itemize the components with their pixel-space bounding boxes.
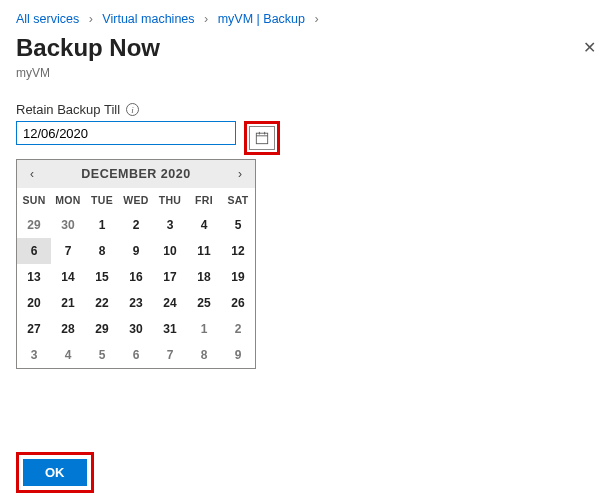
calendar-day[interactable]: 5 <box>85 342 119 368</box>
calendar-dow: SUN <box>17 188 51 212</box>
calendar-day[interactable]: 2 <box>119 212 153 238</box>
prev-month-button[interactable]: ‹ <box>23 165 41 183</box>
calendar-day[interactable]: 6 <box>17 238 51 264</box>
calendar-dow: FRI <box>187 188 221 212</box>
calendar-button[interactable] <box>249 126 275 150</box>
calendar-dow: THU <box>153 188 187 212</box>
calendar-dow: TUE <box>85 188 119 212</box>
svg-rect-0 <box>256 133 267 144</box>
calendar-day[interactable]: 31 <box>153 316 187 342</box>
calendar-day[interactable]: 13 <box>17 264 51 290</box>
calendar-day[interactable]: 4 <box>51 342 85 368</box>
calendar-day[interactable]: 29 <box>17 212 51 238</box>
calendar-day[interactable]: 20 <box>17 290 51 316</box>
calendar-day[interactable]: 1 <box>85 212 119 238</box>
calendar-day[interactable]: 8 <box>187 342 221 368</box>
chevron-right-icon: › <box>89 12 93 26</box>
page-title: Backup Now <box>16 34 596 62</box>
chevron-right-icon: › <box>204 12 208 26</box>
calendar-day[interactable]: 25 <box>187 290 221 316</box>
calendar-day[interactable]: 22 <box>85 290 119 316</box>
calendar-day[interactable]: 24 <box>153 290 187 316</box>
calendar-day[interactable]: 26 <box>221 290 255 316</box>
ok-button[interactable]: OK <box>23 459 87 486</box>
calendar-day[interactable]: 4 <box>187 212 221 238</box>
calendar-day[interactable]: 12 <box>221 238 255 264</box>
info-icon[interactable]: i <box>126 103 139 116</box>
highlight-box <box>244 121 280 155</box>
breadcrumb-item[interactable]: Virtual machines <box>102 12 194 26</box>
calendar-day[interactable]: 19 <box>221 264 255 290</box>
page-subtitle: myVM <box>16 66 596 80</box>
calendar-dow: WED <box>119 188 153 212</box>
calendar-day[interactable]: 7 <box>153 342 187 368</box>
calendar-day[interactable]: 8 <box>85 238 119 264</box>
calendar-day[interactable]: 9 <box>221 342 255 368</box>
calendar-day[interactable]: 7 <box>51 238 85 264</box>
calendar-icon <box>255 131 269 145</box>
calendar-day[interactable]: 30 <box>51 212 85 238</box>
calendar-dow: MON <box>51 188 85 212</box>
calendar-day[interactable]: 28 <box>51 316 85 342</box>
chevron-right-icon: › <box>314 12 318 26</box>
calendar-day[interactable]: 11 <box>187 238 221 264</box>
calendar-day[interactable]: 30 <box>119 316 153 342</box>
breadcrumb-item[interactable]: myVM | Backup <box>218 12 305 26</box>
next-month-button[interactable]: › <box>231 165 249 183</box>
calendar-day[interactable]: 15 <box>85 264 119 290</box>
calendar-day[interactable]: 3 <box>153 212 187 238</box>
breadcrumb: All services › Virtual machines › myVM |… <box>16 12 596 26</box>
calendar-day[interactable]: 6 <box>119 342 153 368</box>
field-label: Retain Backup Till <box>16 102 120 117</box>
highlight-box: OK <box>16 452 94 493</box>
calendar-day[interactable]: 5 <box>221 212 255 238</box>
calendar-dow: SAT <box>221 188 255 212</box>
calendar-day[interactable]: 14 <box>51 264 85 290</box>
close-button[interactable]: ✕ <box>583 38 596 57</box>
calendar-day[interactable]: 2 <box>221 316 255 342</box>
calendar-popup: ‹ DECEMBER 2020 › SUNMONTUEWEDTHUFRISAT … <box>16 159 256 369</box>
calendar-day[interactable]: 18 <box>187 264 221 290</box>
calendar-day[interactable]: 10 <box>153 238 187 264</box>
calendar-day[interactable]: 1 <box>187 316 221 342</box>
calendar-day[interactable]: 21 <box>51 290 85 316</box>
calendar-day[interactable]: 9 <box>119 238 153 264</box>
breadcrumb-item[interactable]: All services <box>16 12 79 26</box>
calendar-title[interactable]: DECEMBER 2020 <box>81 167 190 181</box>
retain-backup-till-input[interactable] <box>16 121 236 145</box>
calendar-day[interactable]: 3 <box>17 342 51 368</box>
calendar-day[interactable]: 29 <box>85 316 119 342</box>
calendar-day[interactable]: 17 <box>153 264 187 290</box>
calendar-day[interactable]: 23 <box>119 290 153 316</box>
calendar-day[interactable]: 16 <box>119 264 153 290</box>
calendar-day[interactable]: 27 <box>17 316 51 342</box>
